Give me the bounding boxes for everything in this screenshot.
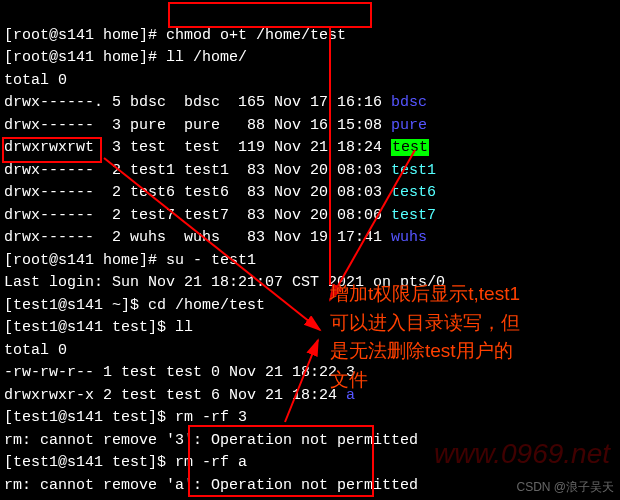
line-3: total 0 xyxy=(4,72,67,89)
prompt: [root@s141 home]# xyxy=(4,49,166,66)
prompt: [root@s141 home]# xyxy=(4,27,166,44)
annotation-line-3: 是无法删除test用户的 xyxy=(330,337,520,366)
dir-pure: pure xyxy=(391,117,427,134)
line-17: drwxrwxr-x 2 test test 6 Nov 21 18:24 a xyxy=(4,387,355,404)
dir-test7: test7 xyxy=(391,207,436,224)
prompt: [root@s141 home]# xyxy=(4,252,166,269)
prompt: [test1@s141 test]$ xyxy=(4,454,175,471)
line-5: drwx------ 3 pure pure 88 Nov 16 15:08 p… xyxy=(4,117,427,134)
line-10: drwx------ 2 wuhs wuhs 83 Nov 19 17:41 w… xyxy=(4,229,427,246)
line-7: drwx------ 2 test1 test1 83 Nov 20 08:03… xyxy=(4,162,436,179)
line-9: drwx------ 2 test7 test7 83 Nov 20 08:06… xyxy=(4,207,436,224)
line-1: [root@s141 home]# chmod o+t /home/test xyxy=(4,27,346,44)
line-16: -rw-rw-r-- 1 test test 0 Nov 21 18:22 3 xyxy=(4,364,355,381)
highlight-box-rm xyxy=(188,425,374,497)
dir-test: test xyxy=(391,139,429,156)
annotation-line-1: 增加t权限后显示t,test1 xyxy=(330,280,520,309)
command: ll xyxy=(175,319,193,336)
annotation-line-4: 文件 xyxy=(330,366,520,395)
prompt: [test1@s141 ~]$ xyxy=(4,297,148,314)
dir-bdsc: bdsc xyxy=(391,94,427,111)
annotation-text: 增加t权限后显示t,test1 可以进入目录读写，但 是无法删除test用户的 … xyxy=(330,280,520,394)
line-14: [test1@s141 test]$ ll xyxy=(4,319,193,336)
watermark-url: www.0969.net xyxy=(434,433,610,475)
line-4: drwx------. 5 bdsc bdsc 165 Nov 17 16:16… xyxy=(4,94,427,111)
dir-test1: test1 xyxy=(391,162,436,179)
annotation-line-2: 可以进入目录读写，但 xyxy=(330,309,520,338)
line-15: total 0 xyxy=(4,342,67,359)
line-8: drwx------ 2 test6 test6 83 Nov 20 08:03… xyxy=(4,184,436,201)
command: chmod o+t /home/test xyxy=(166,27,346,44)
dir-test6: test6 xyxy=(391,184,436,201)
command: cd /home/test xyxy=(148,297,265,314)
command: rm -rf 3 xyxy=(175,409,247,426)
watermark-csdn: CSDN @浪子吴天 xyxy=(516,478,614,496)
command: su - test1 xyxy=(166,252,256,269)
prompt: [test1@s141 test]$ xyxy=(4,319,175,336)
line-11: [root@s141 home]# su - test1 xyxy=(4,252,256,269)
command: ll /home/ xyxy=(166,49,247,66)
line-18: [test1@s141 test]$ rm -rf 3 xyxy=(4,409,247,426)
dir-wuhs: wuhs xyxy=(391,229,427,246)
line-2: [root@s141 home]# ll /home/ xyxy=(4,49,247,66)
highlight-box-chmod xyxy=(168,2,372,28)
prompt: [test1@s141 test]$ xyxy=(4,409,175,426)
line-13: [test1@s141 ~]$ cd /home/test xyxy=(4,297,265,314)
highlight-box-perm xyxy=(2,137,102,163)
